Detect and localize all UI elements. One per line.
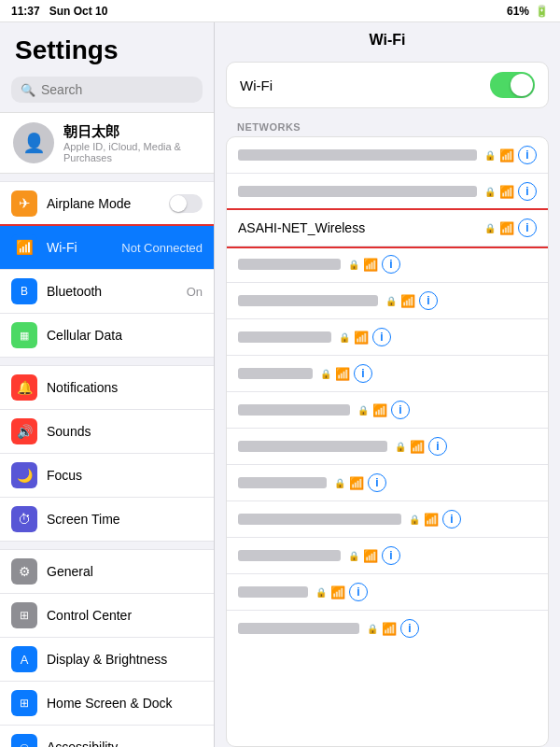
network-row[interactable]: 🔒 📶 i	[227, 429, 548, 465]
panel-title: Wi-Fi	[215, 22, 560, 56]
sidebar-title: Settings	[0, 22, 214, 73]
sidebar-item-general[interactable]: ⚙ General	[0, 549, 214, 594]
search-bar[interactable]: 🔍	[11, 77, 203, 103]
network-row[interactable]: 🔒 📶 i	[227, 283, 548, 319]
info-button[interactable]: i	[382, 546, 400, 565]
network-icons: 🔒 📶 i	[385, 291, 438, 310]
profile-name: 朝日太郎	[63, 123, 201, 141]
info-button[interactable]: i	[400, 619, 419, 638]
sidebar-label-notifications: Notifications	[47, 380, 203, 395]
general-icon: ⚙	[11, 558, 37, 585]
time: 11:37	[11, 5, 40, 18]
profile-row[interactable]: 👤 朝日太郎 Apple ID, iCloud, Media & Purchas…	[0, 112, 214, 174]
info-button[interactable]: i	[518, 146, 537, 164]
wifi-toggle-row[interactable]: Wi-Fi	[226, 62, 549, 108]
sidebar-label-display: Display & Brightness	[47, 652, 203, 667]
info-button[interactable]: i	[518, 182, 537, 201]
controlcenter-icon: ⊞	[11, 602, 37, 628]
sidebar-item-cellular[interactable]: ▦ Cellular Data	[0, 314, 214, 358]
network-row[interactable]: 🔒 📶 i	[227, 137, 548, 174]
screentime-icon: ⏱	[11, 506, 37, 532]
network-row[interactable]: 🔒 📶 i	[227, 174, 548, 210]
wifi-bars-icon: 📶	[330, 585, 345, 599]
right-panel: Wi-Fi Wi-Fi NETWORKS 🔒 📶 i	[215, 22, 560, 747]
sidebar-item-bluetooth[interactable]: B Bluetooth On	[0, 270, 214, 314]
network-icons: 🔒 📶 i	[367, 619, 419, 638]
wifi-bars-icon: 📶	[499, 221, 514, 235]
wifi-icon: 📶	[11, 234, 37, 261]
network-icons: 🔒 📶 i	[409, 510, 461, 529]
network-row[interactable]: 🔒 📶 i	[227, 574, 548, 611]
sidebar-label-general: General	[47, 564, 203, 579]
info-button[interactable]: i	[442, 510, 461, 529]
info-button[interactable]: i	[428, 437, 447, 456]
sounds-icon: 🔊	[11, 418, 37, 444]
network-icons: 🔒 📶 i	[484, 146, 537, 164]
network-row[interactable]: 🔒 📶 i	[227, 247, 548, 283]
network-row[interactable]: 🔒 📶 i	[227, 392, 548, 429]
status-bar: 11:37 Sun Oct 10 61% 🔋	[0, 0, 560, 22]
wifi-toggle-switch[interactable]	[490, 72, 535, 98]
lock-icon: 🔒	[334, 478, 345, 488]
network-name-asahi: ASAHI-NET_Wireless	[238, 220, 477, 235]
sidebar-item-homescreen[interactable]: ⊞ Home Screen & Dock	[0, 682, 214, 726]
network-icons: 🔒 📶 i	[315, 583, 368, 601]
info-button[interactable]: i	[372, 328, 391, 346]
sidebar-item-display[interactable]: A Display & Brightness	[0, 638, 214, 682]
network-row[interactable]: 🔒 📶 i	[227, 465, 548, 501]
sidebar-label-airplane: Airplane Mode	[47, 196, 160, 211]
search-icon: 🔍	[21, 83, 35, 97]
airplane-icon: ✈	[11, 190, 37, 217]
sidebar-label-focus: Focus	[47, 468, 203, 483]
network-icons: 🔒 📶 i	[357, 401, 410, 419]
sidebar-item-notifications[interactable]: 🔔 Notifications	[0, 365, 214, 410]
info-button[interactable]: i	[382, 255, 400, 274]
wifi-bars-icon: 📶	[363, 549, 378, 563]
network-row[interactable]: 🔒 📶 i	[227, 538, 548, 574]
sidebar-label-sounds: Sounds	[47, 424, 203, 439]
network-icons: 🔒 📶 i	[348, 546, 400, 565]
date: Sun Oct 10	[49, 5, 108, 18]
display-icon: A	[11, 646, 37, 672]
sidebar-item-wifi[interactable]: 📶 Wi-Fi Not Connected	[0, 226, 214, 270]
wifi-bars-icon: 📶	[499, 148, 514, 162]
sidebar-item-controlcenter[interactable]: ⊞ Control Center	[0, 594, 214, 638]
wifi-bars-icon: 📶	[372, 403, 387, 417]
wifi-bars-icon: 📶	[410, 440, 425, 454]
info-button[interactable]: i	[518, 218, 537, 237]
network-row[interactable]: 🔒 📶 i	[227, 611, 548, 646]
network-row[interactable]: 🔒 📶 i	[227, 501, 548, 538]
lock-icon: 🔒	[348, 260, 359, 270]
sidebar-label-homescreen: Home Screen & Dock	[47, 696, 203, 711]
accessibility-icon: ☺	[11, 734, 37, 747]
avatar: 👤	[13, 122, 54, 163]
wifi-bars-icon: 📶	[363, 258, 378, 272]
info-button[interactable]: i	[391, 401, 410, 419]
network-icons: 🔒 📶 i	[395, 437, 447, 456]
info-button[interactable]: i	[368, 473, 386, 492]
sidebar-item-focus[interactable]: 🌙 Focus	[0, 454, 214, 498]
lock-icon: 🔒	[367, 624, 378, 634]
profile-sub: Apple ID, iCloud, Media & Purchases	[63, 141, 201, 163]
sidebar-item-airplane[interactable]: ✈ Airplane Mode	[0, 181, 214, 226]
focus-icon: 🌙	[11, 462, 37, 488]
lock-icon: 🔒	[339, 332, 350, 343]
info-button[interactable]: i	[419, 291, 438, 310]
network-icons: 🔒 📶 i	[484, 218, 537, 237]
cellular-icon: ▦	[11, 322, 37, 348]
network-row-asahi[interactable]: ASAHI-NET_Wireless 🔒 📶 i	[227, 210, 548, 247]
lock-icon: 🔒	[320, 369, 331, 379]
wifi-bars-icon: 📶	[499, 185, 514, 199]
network-row[interactable]: 🔒 📶 i	[227, 319, 548, 356]
sidebar-item-screentime[interactable]: ⏱ Screen Time	[0, 498, 214, 542]
status-time-date: 11:37 Sun Oct 10	[11, 5, 107, 18]
toggle-knob	[511, 74, 533, 96]
search-input[interactable]	[41, 82, 193, 97]
sidebar-item-sounds[interactable]: 🔊 Sounds	[0, 410, 214, 454]
lock-icon: 🔒	[484, 150, 496, 161]
sidebar-item-accessibility[interactable]: ☺ Accessibility	[0, 726, 214, 747]
info-button[interactable]: i	[354, 364, 372, 383]
network-row[interactable]: 🔒 📶 i	[227, 356, 548, 392]
sidebar-label-bluetooth: Bluetooth	[47, 284, 177, 299]
info-button[interactable]: i	[349, 583, 368, 601]
